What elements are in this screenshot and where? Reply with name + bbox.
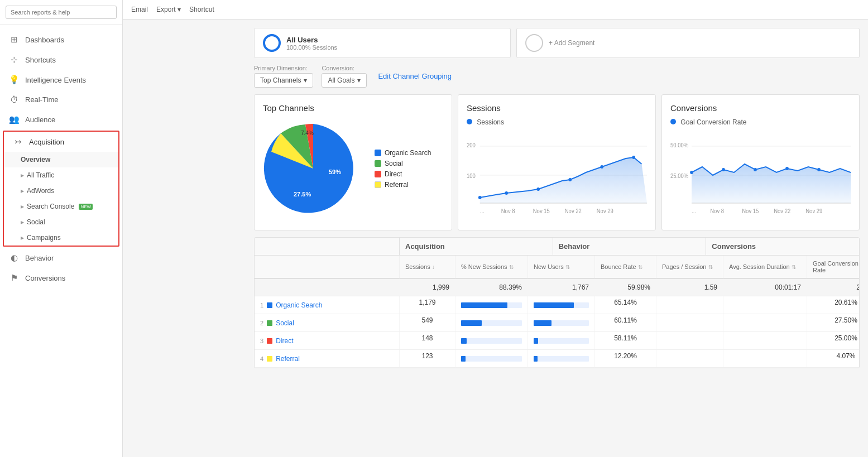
svg-point-30 (817, 168, 821, 171)
search-input[interactable] (6, 6, 117, 19)
email-link[interactable]: Email (131, 6, 148, 13)
sort-icon: ⇅ (792, 264, 796, 270)
channel-link[interactable]: Direct (276, 337, 293, 345)
svg-text:50.00%: 50.00% (670, 142, 689, 148)
channel-link[interactable]: Referral (276, 355, 300, 363)
sessions-cell: 123 (400, 350, 455, 367)
col-pct-new[interactable]: % New Sessions ⇅ (455, 256, 528, 278)
sidebar-sub-search-console[interactable]: ▶ Search Console NEW (4, 199, 118, 214)
col-goal-conv[interactable]: Goal Conversion Rate ⇅ (807, 256, 860, 278)
shortcut-link[interactable]: Shortcut (189, 6, 214, 13)
channel-cell[interactable]: 3Direct (255, 332, 400, 349)
edit-channel-grouping-link[interactable]: Edit Channel Grouping (378, 72, 452, 80)
col-bounce-rate[interactable]: Bounce Rate ⇅ (595, 256, 656, 278)
svg-point-13 (600, 165, 603, 169)
svg-text:200: 200 (467, 142, 476, 148)
bounce-cell: 60.11% (595, 314, 656, 331)
col-sessions[interactable]: Sessions ↓ (400, 256, 455, 278)
sidebar-sub-all-traffic[interactable]: ▶ All Traffic (4, 167, 118, 183)
sidebar-item-behavior[interactable]: ◐ Behavior (0, 248, 122, 268)
col-new-users-label: New Users (534, 263, 564, 270)
pie-area: 59% 27.5% 7.4% Organic Search Social (263, 118, 443, 219)
conversion-group: Conversion: All Goals ▾ (322, 65, 367, 88)
search-box[interactable] (0, 0, 122, 25)
duration-cell (723, 350, 807, 367)
sessions-cell: 1,179 (400, 296, 455, 314)
dashboards-icon: ⊞ (8, 35, 20, 45)
pct-new-cell (455, 350, 528, 367)
new-users-cell (528, 332, 595, 349)
channel-cell[interactable]: 1Organic Search (255, 296, 400, 314)
export-link[interactable]: Export ▾ (156, 6, 181, 13)
bounce-cell: 65.14% (595, 296, 656, 314)
referral-dot (375, 181, 381, 188)
channel-cell[interactable]: 4Referral (255, 350, 400, 367)
col-pages[interactable]: Pages / Session ⇅ (656, 256, 723, 278)
channel-link[interactable]: Social (276, 319, 294, 327)
triangle-icon: ▶ (21, 235, 24, 240)
svg-text:Nov 8: Nov 8 (710, 208, 724, 214)
svg-text:Nov 22: Nov 22 (565, 208, 582, 214)
pages-cell (656, 296, 723, 314)
sidebar-item-conversions[interactable]: ⚑ Conversions (0, 268, 122, 288)
legend-organic-search: Organic Search (375, 149, 431, 157)
all-traffic-label: All Traffic (27, 171, 54, 179)
behavior-icon: ◐ (8, 253, 20, 263)
top-channels-title: Top Channels (263, 103, 443, 113)
sessions-dot (467, 119, 472, 124)
conversions-section-header: Conversions (706, 238, 859, 255)
svg-text:25.00%: 25.00% (670, 173, 689, 179)
svg-text:...: ... (480, 208, 485, 214)
sidebar-sub-social[interactable]: ▶ Social (4, 214, 118, 230)
all-users-segment[interactable]: All Users 100.00% Sessions (254, 28, 511, 58)
col-duration-label: Avg. Session Duration (729, 263, 790, 270)
col-bounce-label: Bounce Rate (601, 263, 636, 270)
triangle-icon: ▶ (21, 204, 24, 209)
channel-link[interactable]: Organic Search (276, 301, 322, 309)
total-bounce: 59.98% (595, 279, 656, 296)
triangle-icon: ▶ (21, 173, 24, 178)
sidebar-item-shortcuts[interactable]: ⊹ Shortcuts (0, 50, 122, 70)
main-content: All Users 100.00% Sessions + Add Segment… (246, 20, 868, 457)
sidebar-sub-overview[interactable]: Overview (4, 152, 118, 167)
goal-conv-cell: 20.61% (807, 296, 860, 314)
sidebar-item-audience[interactable]: 👥 Audience (0, 109, 122, 129)
total-goal-conv: 21.81% (807, 279, 860, 296)
svg-text:27.5%: 27.5% (294, 191, 311, 198)
top-channels-panel: Top Channels 59% 27.5% 7.4% (254, 94, 452, 230)
conversions-panel: Conversions Goal Conversion Rate 50.00% … (661, 94, 860, 230)
campaigns-label: Campaigns (27, 234, 61, 242)
segment-info: All Users 100.00% Sessions (286, 36, 337, 51)
legend-direct: Direct (375, 170, 431, 178)
all-goals-dropdown[interactable]: All Goals ▾ (322, 73, 367, 88)
sidebar-item-intelligence-events[interactable]: 💡 Intelligence Events (0, 70, 122, 90)
sessions-cell: 148 (400, 332, 455, 349)
segment-name: All Users (286, 36, 337, 44)
add-segment-box[interactable]: + Add Segment (516, 28, 860, 58)
realtime-icon: ⏱ (8, 95, 20, 104)
pie-chart-svg: 59% 27.5% 7.4% (263, 118, 363, 219)
conversions-chart-title: Conversions (670, 103, 851, 113)
sidebar-sub-campaigns[interactable]: ▶ Campaigns (4, 230, 118, 246)
table-row: 4Referral12312.20%4.07% (255, 350, 859, 368)
sidebar-item-real-time[interactable]: ⏱ Real-Time (0, 90, 122, 109)
sidebar-item-dashboards[interactable]: ⊞ Dashboards (0, 30, 122, 50)
new-users-cell (528, 350, 595, 367)
triangle-icon: ▶ (21, 189, 24, 194)
sort-icon: ⇅ (708, 264, 713, 270)
conversions-icon: ⚑ (8, 273, 20, 283)
total-duration: 00:01:17 (723, 279, 807, 296)
acquisition-section-header: Acquisition (400, 238, 553, 255)
total-new-users: 1,767 (528, 279, 595, 296)
new-badge: NEW (79, 204, 93, 210)
sidebar-item-acquisition[interactable]: ↣ Acquisition (4, 132, 118, 152)
top-channels-dropdown[interactable]: Top Channels ▾ (254, 73, 313, 88)
sort-icon: ↓ (432, 264, 435, 270)
col-avg-duration[interactable]: Avg. Session Duration ⇅ (723, 256, 807, 278)
table-rows: 1Organic Search1,17965.14%20.61%2Social5… (255, 296, 859, 368)
channel-cell[interactable]: 2Social (255, 314, 400, 331)
col-new-users[interactable]: New Users ⇅ (528, 256, 595, 278)
sidebar-sub-adwords[interactable]: ▶ AdWords (4, 183, 118, 199)
add-segment-circle (525, 34, 543, 52)
col-pages-label: Pages / Session (662, 263, 707, 270)
